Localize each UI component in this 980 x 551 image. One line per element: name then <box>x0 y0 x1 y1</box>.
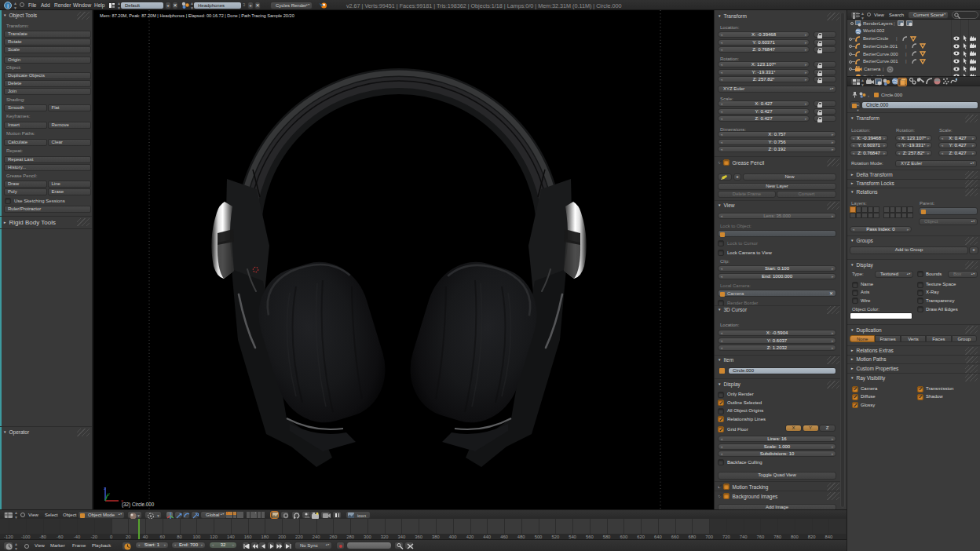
svg-text:z: z <box>104 486 106 491</box>
svg-text:y: y <box>108 491 110 496</box>
